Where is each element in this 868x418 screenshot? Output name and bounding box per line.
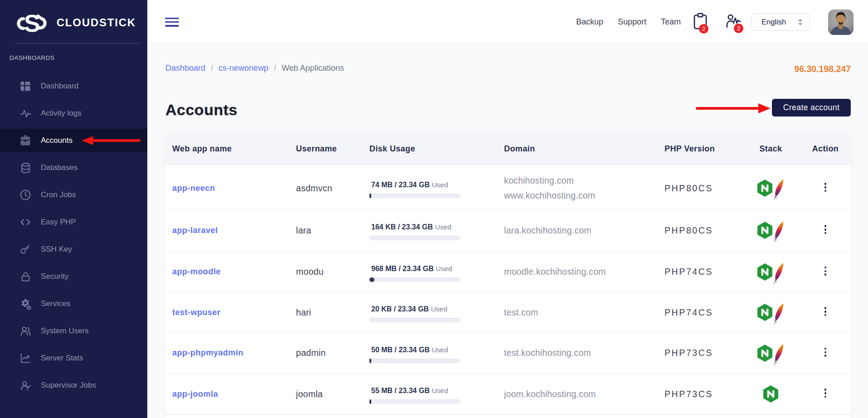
svg-text:S: S — [24, 12, 40, 33]
